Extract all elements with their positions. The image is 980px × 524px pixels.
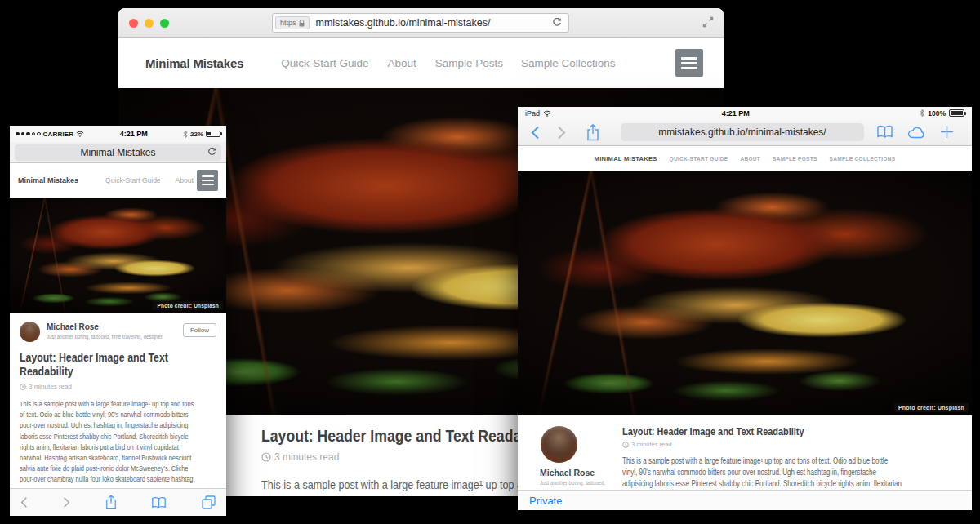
signal-strength-icon (16, 132, 41, 136)
battery-percentage: 100% (928, 109, 946, 118)
bluetooth-icon (183, 131, 188, 138)
post-title: Layout: Header Image and Text Readabilit… (622, 425, 898, 437)
new-tab-icon[interactable] (940, 125, 954, 139)
url-text: mmistakes.github.io/minimal-mistakes/ (310, 17, 552, 29)
menu-toggle-button[interactable] (197, 170, 218, 191)
address-bar[interactable]: https mmistakes.github.io/minimal-mistak… (272, 13, 569, 33)
nav-link-sample-posts[interactable]: SAMPLE POSTS (773, 156, 817, 162)
ipad-status-bar: iPad 4:21 PM 100% (518, 107, 972, 119)
forward-button[interactable] (557, 126, 566, 140)
post-title-line: Layout: Header Image and Text (20, 351, 193, 365)
read-time-label: 3 minutes read (631, 441, 672, 448)
page-title: Minimal Mistakes (15, 147, 221, 158)
url-text: mmistakes.github.io/minimal-mistakes/ (658, 127, 826, 138)
private-button[interactable]: Private (529, 495, 562, 507)
bookmarks-icon[interactable] (151, 496, 167, 509)
nav-link-quick-start[interactable]: QUICK-START GUIDE (670, 156, 728, 162)
body-line: of text. Odio ad blue bottle vinyl, 90's… (20, 410, 177, 420)
back-button[interactable] (531, 126, 540, 140)
clock-time: 4:21 PM (555, 109, 916, 118)
window-controls (129, 19, 169, 28)
showcase-canvas: https mmistakes.github.io/minimal-mistak… (0, 0, 980, 524)
battery-icon (949, 109, 964, 117)
close-window-button[interactable] (129, 19, 138, 28)
wifi-icon (76, 131, 84, 137)
photo-credit-label: Photo credit: Unsplash (894, 403, 969, 412)
address-bar[interactable]: Minimal Mistakes (15, 144, 221, 161)
reload-button[interactable] (552, 18, 562, 28)
desktop-browser-toolbar: https mmistakes.github.io/minimal-mistak… (118, 8, 724, 38)
lock-icon (299, 20, 305, 27)
iphone-article: Michael Rose Just another boring, tattoo… (10, 313, 226, 500)
nav-link-sample-collections[interactable]: SAMPLE COLLECTIONS (830, 156, 896, 162)
post-title-line: Readability (20, 365, 193, 379)
reload-button[interactable] (207, 148, 216, 157)
tabs-icon[interactable] (202, 495, 216, 509)
body-line: pour-over chambray nulla four loko skate… (20, 474, 177, 485)
minimize-window-button[interactable] (145, 19, 154, 28)
photo-credit-label: Photo credit: Unsplash (153, 301, 223, 310)
body-line: salvia aute fixie do plaid post-ironic d… (20, 464, 177, 474)
private-browsing-bar: Private (518, 490, 972, 510)
author-avatar (541, 426, 577, 463)
read-time-label: 3 minutes read (29, 383, 72, 390)
body-line: This is a sample post with a large featu… (20, 399, 177, 410)
body-line: adipisicing laboris esse Pinterest shabb… (622, 478, 885, 490)
address-bar[interactable]: mmistakes.github.io/minimal-mistakes/ (621, 123, 864, 141)
iphone-url-row: Minimal Mistakes (10, 142, 226, 163)
author-name: Michael Rose (47, 322, 99, 331)
post-title: Layout: Header Image and Text Readabilit… (20, 351, 216, 379)
body-line: vinyl, 90's narwhal commodo bitters pour… (622, 467, 885, 478)
post-meta: 3 minutes read (622, 441, 951, 448)
bookmarks-icon[interactable] (876, 125, 893, 139)
device-label: iPad (525, 109, 540, 118)
share-icon[interactable] (586, 124, 599, 141)
follow-button[interactable]: Follow (183, 323, 216, 337)
body-line: This is a sample post with a large featu… (622, 455, 885, 467)
iphone-site-nav: Minimal Mistakes Quick-Start Guide About (10, 163, 226, 198)
iphone-status-bar: CARRIER 4:21 PM 22% (10, 126, 226, 142)
nav-link-sample-collections[interactable]: Sample Collections (521, 57, 616, 69)
nav-link-quick-start[interactable]: Quick-Start Guide (105, 176, 161, 184)
iphone-safari-toolbar (10, 488, 226, 516)
header-leaves-image: Photo credit: Unsplash (518, 171, 972, 415)
author-bio: Just another boring, tattooed, time trav… (47, 333, 163, 340)
back-button[interactable] (20, 496, 28, 508)
site-brand-link[interactable]: MINIMAL MISTAKES (595, 155, 657, 162)
https-label: https (280, 19, 296, 27)
icloud-tabs-icon[interactable] (907, 126, 926, 139)
forward-button[interactable] (63, 496, 70, 508)
read-time-label: 3 minutes read (274, 451, 339, 463)
author-row: Michael Rose Just another boring, tattoo… (20, 322, 216, 344)
author-avatar (20, 322, 40, 342)
author-name: Michael Rose (540, 468, 595, 477)
post-body: This is a sample post with a large featu… (20, 399, 216, 486)
bluetooth-icon (920, 109, 924, 117)
https-badge: https (275, 16, 310, 29)
share-icon[interactable] (105, 495, 117, 510)
site-brand-link[interactable]: Minimal Mistakes (18, 176, 78, 184)
site-brand-link[interactable]: Minimal Mistakes (145, 56, 243, 70)
fullscreen-icon[interactable] (702, 16, 714, 28)
zoom-window-button[interactable] (160, 19, 169, 28)
nav-link-about[interactable]: ABOUT (740, 156, 760, 162)
battery-icon (206, 131, 220, 137)
clock-icon (622, 442, 629, 448)
body-line: narwhal. Hashtag artisan skateboard, fla… (20, 453, 177, 464)
clock-icon (261, 452, 271, 462)
iphone-safari-window: CARRIER 4:21 PM 22% Minimal Mistakes (10, 126, 226, 516)
ipad-article: Michael Rose Just another boring, tattoo… (518, 415, 972, 490)
nav-link-about[interactable]: About (176, 176, 194, 184)
desktop-site-nav: Minimal Mistakes Quick-Start Guide About… (118, 38, 724, 88)
carrier-label: CARRIER (43, 131, 74, 138)
nav-link-quick-start[interactable]: Quick-Start Guide (281, 57, 368, 69)
author-bio: Just another boring, tattooed, (540, 480, 605, 486)
menu-toggle-button[interactable] (675, 49, 703, 77)
wifi-icon (543, 110, 551, 117)
nav-link-about[interactable]: About (387, 57, 416, 69)
ipad-safari-toolbar: mmistakes.github.io/minimal-mistakes/ (518, 119, 972, 146)
header-leaves-image: Photo credit: Unsplash (10, 198, 226, 313)
nav-link-sample-posts[interactable]: Sample Posts (435, 57, 503, 69)
battery-percentage: 22% (190, 131, 203, 138)
clock-icon (20, 384, 26, 390)
